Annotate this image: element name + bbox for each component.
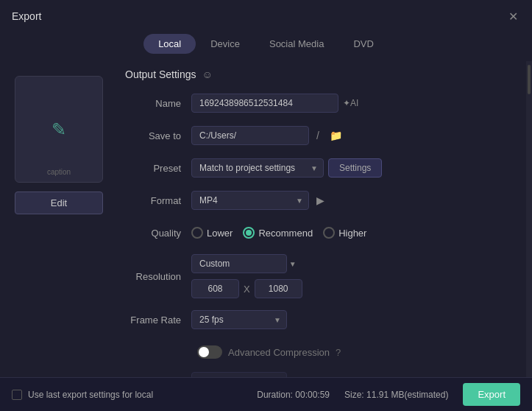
frame-rate-label: Frame Rate: [125, 315, 191, 326]
settings-button[interactable]: Settings: [328, 158, 382, 178]
resolution-width-input[interactable]: [191, 279, 239, 298]
help-icon[interactable]: ?: [336, 347, 341, 358]
window-title: Export: [12, 10, 41, 22]
quality-recommend-option[interactable]: Recommend: [243, 227, 313, 239]
quality-lower-radio[interactable]: [191, 227, 203, 239]
advanced-toggle[interactable]: [197, 345, 222, 359]
preset-content: Match to project settings ▼ Settings: [191, 158, 511, 178]
scrollbar[interactable]: [526, 61, 532, 377]
advanced-toggle-container: Advanced Compression ?: [197, 345, 341, 359]
output-settings-label: Output Settings: [125, 68, 196, 80]
resolution-select[interactable]: Custom: [191, 254, 287, 273]
ai-icon[interactable]: ✦AI: [343, 98, 358, 108]
use-last-settings[interactable]: Use last export settings for local: [12, 390, 153, 400]
preset-row: Preset Match to project settings ▼ Setti…: [125, 157, 511, 179]
preset-select[interactable]: Match to project settings: [191, 158, 324, 178]
save-to-row: Save to / 📁: [125, 124, 511, 147]
resolution-select-wrap: Custom ▼: [191, 254, 302, 273]
preset-label: Preset: [125, 163, 191, 174]
resolution-content: Custom ▼ X: [191, 254, 511, 298]
tab-device[interactable]: Device: [196, 34, 255, 54]
close-button[interactable]: ✕: [506, 9, 520, 24]
size-text: Size: 11.91 MB(estimated): [344, 390, 448, 400]
advanced-compression-row: Advanced Compression ?: [125, 341, 511, 363]
left-panel: ✎ caption Edit: [0, 61, 118, 377]
folder-icon[interactable]: 📁: [327, 128, 345, 143]
bottom-info: Duration: 00:00:59 Size: 11.91 MB(estima…: [257, 383, 520, 406]
name-input[interactable]: [191, 94, 338, 113]
bottom-bar: Use last export settings for local Durat…: [0, 377, 532, 411]
quality-lower-label: Lower: [207, 228, 233, 239]
tab-dvd[interactable]: DVD: [338, 34, 388, 54]
advanced-label: Advanced Compression: [228, 347, 330, 358]
edit-button[interactable]: Edit: [15, 192, 103, 214]
format-select[interactable]: MP4: [191, 191, 309, 210]
format-row: Format MP4 ▼ ▶: [125, 189, 511, 211]
frame-rate-select-wrap: 25 fps ▼: [191, 310, 287, 329]
section-header: Output Settings ☺: [125, 68, 511, 80]
quality-label: Quality: [125, 228, 191, 239]
resolution-inputs: X: [191, 279, 302, 298]
resolution-height-input[interactable]: [255, 279, 302, 298]
quality-recommend-label: Recommend: [258, 228, 313, 239]
preview-box: ✎ caption: [15, 76, 103, 183]
save-to-label: Save to: [125, 130, 191, 141]
format-label: Format: [125, 195, 191, 206]
name-label: Name: [125, 98, 191, 109]
quality-higher-label: Higher: [338, 228, 366, 239]
by-quality-select[interactable]: By Quality: [191, 372, 287, 377]
quality-radio-group: Lower Recommend Higher: [191, 227, 366, 239]
format-select-wrap: MP4 ▼: [191, 191, 309, 210]
name-content: ✦AI: [191, 94, 511, 113]
quality-higher-radio[interactable]: [323, 227, 335, 239]
scrollbar-thumb[interactable]: [528, 65, 531, 94]
frame-rate-select[interactable]: 25 fps: [191, 310, 287, 329]
pencil-icon: ✎: [52, 119, 66, 140]
quality-lower-option[interactable]: Lower: [191, 227, 233, 239]
frame-rate-content: 25 fps ▼: [191, 310, 511, 329]
play-preview-icon[interactable]: ▶: [316, 194, 324, 206]
export-window: Export ✕ Local Device Social Media DVD ✎…: [0, 0, 532, 411]
by-quality-row: By Quality ▼: [125, 370, 511, 377]
quality-recommend-radio-dot: [246, 230, 252, 236]
by-quality-content: By Quality ▼: [191, 372, 511, 377]
tab-social-media[interactable]: Social Media: [255, 34, 338, 54]
info-icon: ☺: [202, 68, 213, 80]
quality-recommend-radio[interactable]: [243, 227, 255, 239]
title-bar: Export ✕: [0, 0, 532, 29]
resolution-x-label: X: [244, 284, 250, 295]
duration-text: Duration: 00:00:59: [257, 390, 330, 400]
by-quality-select-wrap: By Quality ▼: [191, 372, 287, 377]
frame-rate-row: Frame Rate 25 fps ▼: [125, 309, 511, 331]
content-area: ✎ caption Edit Output Settings ☺ Name ✦A…: [0, 61, 532, 377]
resolution-label: Resolution: [125, 271, 191, 282]
use-last-checkbox[interactable]: [12, 390, 22, 400]
quality-content: Lower Recommend Higher: [191, 227, 511, 239]
tab-bar: Local Device Social Media DVD: [0, 29, 532, 61]
preset-select-wrap: Match to project settings ▼: [191, 158, 324, 178]
right-panel: Output Settings ☺ Name ✦AI Save to / 📁: [118, 61, 526, 377]
format-content: MP4 ▼ ▶: [191, 191, 511, 210]
edit-path-icon[interactable]: /: [313, 128, 322, 143]
quality-row: Quality Lower Recommend: [125, 222, 511, 244]
use-last-label: Use last export settings for local: [28, 390, 153, 400]
export-button[interactable]: Export: [463, 383, 520, 406]
tab-local[interactable]: Local: [143, 34, 196, 54]
quality-higher-option[interactable]: Higher: [323, 227, 366, 239]
name-row: Name ✦AI: [125, 92, 511, 114]
resolution-controls: Custom ▼ X: [191, 254, 302, 298]
resolution-chevron-icon: ▼: [289, 260, 297, 268]
preview-label: caption: [47, 168, 71, 176]
toggle-knob: [199, 347, 209, 357]
save-to-input[interactable]: [191, 126, 309, 145]
resolution-row: Resolution Custom ▼ X: [125, 254, 511, 298]
save-to-content: / 📁: [191, 126, 511, 145]
